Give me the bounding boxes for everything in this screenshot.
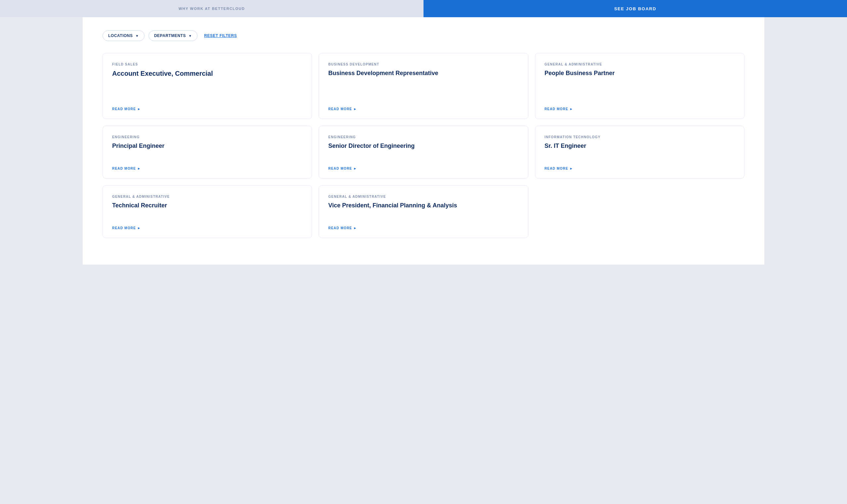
job-card[interactable]: INFORMATION TECHNOLOGYSr. IT EngineerREA… [535, 126, 744, 179]
job-dept: FIELD SALES [112, 62, 302, 66]
card-spacer [328, 158, 518, 167]
arrow-icon: ► [570, 167, 574, 170]
read-more-link[interactable]: READ MORE► [112, 107, 302, 111]
read-more-link[interactable]: READ MORE► [112, 167, 302, 170]
arrow-icon: ► [570, 107, 574, 111]
job-card[interactable]: GENERAL & ADMINISTRATIVEPeople Business … [535, 53, 744, 119]
job-card[interactable]: BUSINESS DEVELOPMENTBusiness Development… [319, 53, 528, 119]
job-title: Vice President, Financial Planning & Ana… [328, 202, 518, 211]
departments-label: DEPARTMENTS [154, 33, 186, 38]
job-grid: FIELD SALESAccount Executive, Commercial… [103, 53, 744, 238]
read-more-label: READ MORE [328, 107, 352, 111]
job-card[interactable]: GENERAL & ADMINISTRATIVETechnical Recrui… [103, 185, 312, 238]
job-dept: ENGINEERING [328, 135, 518, 139]
departments-chevron-icon: ▼ [189, 34, 192, 38]
job-card[interactable]: ENGINEERINGPrincipal EngineerREAD MORE► [103, 126, 312, 179]
job-title: Senior Director of Engineering [328, 142, 518, 151]
locations-chevron-icon: ▼ [135, 34, 139, 38]
job-title: Technical Recruiter [112, 202, 302, 211]
read-more-label: READ MORE [112, 107, 136, 111]
read-more-link[interactable]: READ MORE► [112, 226, 302, 230]
read-more-label: READ MORE [545, 107, 568, 111]
arrow-icon: ► [137, 167, 141, 170]
header-left[interactable]: WHY WORK AT BETTERCLOUD [0, 0, 423, 17]
header-bar: WHY WORK AT BETTERCLOUD SEE JOB BOARD [0, 0, 847, 17]
job-title: Principal Engineer [112, 142, 302, 151]
job-title: Account Executive, Commercial [112, 69, 302, 85]
card-spacer [328, 92, 518, 107]
job-dept: GENERAL & ADMINISTRATIVE [112, 195, 302, 198]
job-dept: INFORMATION TECHNOLOGY [545, 135, 735, 139]
main-content: LOCATIONS ▼ DEPARTMENTS ▼ RESET FILTERS … [83, 17, 764, 265]
read-more-link[interactable]: READ MORE► [328, 107, 518, 111]
reset-filters-button[interactable]: RESET FILTERS [204, 33, 237, 38]
job-dept: GENERAL & ADMINISTRATIVE [328, 195, 518, 198]
card-spacer [545, 92, 735, 107]
card-spacer [112, 158, 302, 167]
departments-dropdown[interactable]: DEPARTMENTS ▼ [148, 31, 197, 41]
arrow-icon: ► [137, 107, 141, 111]
read-more-link[interactable]: READ MORE► [545, 107, 735, 111]
card-spacer [112, 92, 302, 107]
job-dept: ENGINEERING [112, 135, 302, 139]
arrow-icon: ► [137, 226, 141, 230]
arrow-icon: ► [353, 167, 357, 170]
job-card[interactable]: ENGINEERINGSenior Director of Engineerin… [319, 126, 528, 179]
read-more-link[interactable]: READ MORE► [328, 167, 518, 170]
read-more-label: READ MORE [112, 167, 136, 170]
filters-row: LOCATIONS ▼ DEPARTMENTS ▼ RESET FILTERS [103, 31, 744, 41]
read-more-label: READ MORE [328, 167, 352, 170]
read-more-label: READ MORE [328, 226, 352, 230]
job-card[interactable]: GENERAL & ADMINISTRATIVEVice President, … [319, 185, 528, 238]
arrow-icon: ► [353, 226, 357, 230]
job-dept: BUSINESS DEVELOPMENT [328, 62, 518, 66]
arrow-icon: ► [353, 107, 357, 111]
read-more-link[interactable]: READ MORE► [328, 226, 518, 230]
card-spacer [545, 158, 735, 167]
see-job-board-label: SEE JOB BOARD [614, 6, 656, 11]
card-spacer [328, 217, 518, 226]
read-more-link[interactable]: READ MORE► [545, 167, 735, 170]
job-title: Business Development Representative [328, 69, 518, 85]
job-title: Sr. IT Engineer [545, 142, 735, 151]
read-more-label: READ MORE [545, 167, 568, 170]
page-wrapper: WHY WORK AT BETTERCLOUD SEE JOB BOARD LO… [0, 0, 847, 265]
job-title: People Business Partner [545, 69, 735, 85]
locations-dropdown[interactable]: LOCATIONS ▼ [103, 31, 145, 41]
read-more-label: READ MORE [112, 226, 136, 230]
job-card[interactable]: FIELD SALESAccount Executive, Commercial… [103, 53, 312, 119]
locations-label: LOCATIONS [108, 33, 133, 38]
job-dept: GENERAL & ADMINISTRATIVE [545, 62, 735, 66]
why-work-link[interactable]: WHY WORK AT BETTERCLOUD [179, 6, 245, 11]
see-job-board-button[interactable]: SEE JOB BOARD [423, 0, 847, 17]
card-spacer [112, 217, 302, 226]
